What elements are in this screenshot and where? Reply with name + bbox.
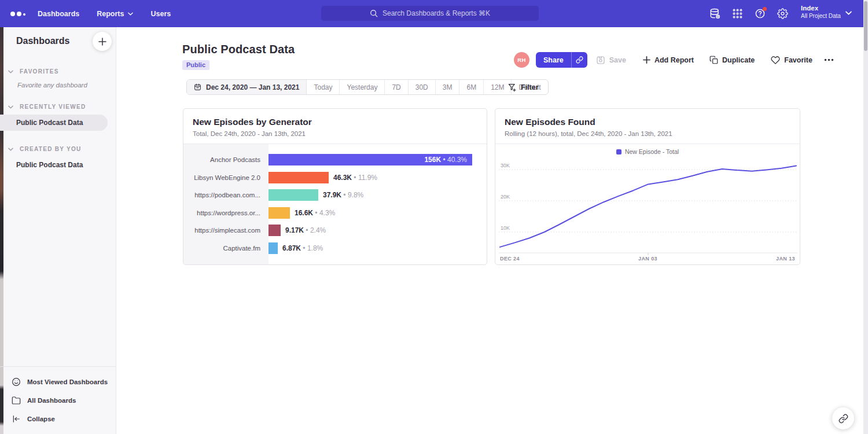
bar-category-label: Anchor Podcasts [183, 156, 269, 163]
date-range-toolbar: Dec 24, 2020 — Jan 13, 2021 TodayYesterd… [186, 79, 549, 95]
date-range-label: Dec 24, 2020 — Jan 13, 2021 [206, 83, 299, 91]
preset-6m[interactable]: 6M [459, 80, 484, 94]
bar-value-label: 6.87K • 1.8% [282, 244, 323, 252]
x-tick-label: JAN 03 [638, 256, 657, 262]
grid-dots-icon [732, 8, 743, 19]
bar-category-label: https://podbean.com... [183, 192, 269, 198]
bar-value-label: 37.9K • 9.8% [323, 191, 363, 199]
sidebar-footer-collapse[interactable]: Collapse [0, 410, 116, 428]
sidebar-footer-all-dashboards[interactable]: All Dashboards [0, 391, 116, 410]
line-chart-title: New Episodes Found [505, 117, 790, 127]
date-range-picker[interactable]: Dec 24, 2020 — Jan 13, 2021 [187, 80, 307, 94]
bar-row-https-simplecast-com: https://simplecast.com 9.17K • 2.4% [183, 222, 487, 240]
sidebar-footer-most-viewed-dashboards[interactable]: Most Viewed Dashboards [0, 373, 116, 391]
data-management-icon[interactable] [709, 8, 720, 19]
save-icon [596, 56, 605, 65]
search-input[interactable]: Search Dashboards & Reports ⌘K [321, 6, 539, 21]
search-placeholder: Search Dashboards & Reports ⌘K [382, 9, 490, 17]
search-icon [370, 9, 378, 17]
duplicate-button[interactable]: Duplicate [709, 56, 755, 64]
share-button-group: Share [536, 52, 587, 68]
project-switcher[interactable]: Index All Project Data [801, 5, 841, 19]
top-nav: DashboardsReportsUsers Search Dashboards… [0, 0, 868, 27]
bar-row-libsyn-webengine-2-0: Libsyn WebEngine 2.0 46.3K • 11.9% [183, 169, 487, 187]
folder-icon [12, 396, 21, 405]
mixpanel-logo[interactable] [10, 0, 25, 27]
apps-grid-icon[interactable] [732, 8, 743, 19]
x-tick-label: DEC 24 [500, 256, 520, 262]
preset-3m[interactable]: 3M [436, 80, 460, 94]
chevron-down-icon [8, 148, 13, 151]
bar-https-wordpress-or[interactable] [269, 207, 290, 219]
bar-https-simplecast-com[interactable] [269, 225, 281, 236]
share-link-floating-button[interactable] [832, 407, 854, 429]
copy-icon [709, 56, 718, 64]
legend-item[interactable]: New Episode - Total [495, 148, 800, 155]
bar-anchor-podcasts[interactable]: 156K • 40.3% [269, 154, 472, 165]
link-icon [838, 414, 848, 424]
filter-button[interactable]: Filter [508, 81, 539, 94]
bar-libsyn-webengine-2-0[interactable] [269, 172, 329, 183]
bar-row-https-wordpress-or: https://wordpress.or... 16.6K • 4.3% [183, 204, 487, 222]
svg-text:30K: 30K [501, 163, 510, 168]
x-axis-labels: DEC 24JAN 03JAN 13 [500, 256, 795, 262]
project-chevron-down-icon[interactable] [845, 11, 852, 15]
share-button[interactable]: Share [536, 52, 572, 68]
project-subtitle: All Project Data [801, 13, 841, 19]
add-report-button[interactable]: Add Report [643, 56, 694, 64]
line-chart-plot: 10K20K30K [499, 157, 797, 255]
chevron-down-icon [128, 12, 133, 16]
sidebar-item-public-podcast-data[interactable]: Public Podcast Data [0, 157, 116, 173]
project-name: Index [801, 5, 841, 12]
bar-category-label: https://wordpress.or... [183, 209, 269, 216]
preset-yesterday[interactable]: Yesterday [340, 80, 385, 94]
sidebar-section-favorites[interactable]: FAVORITES [0, 68, 116, 75]
favorite-button[interactable]: Favorite [771, 56, 812, 65]
avatar[interactable]: RH [514, 52, 529, 68]
bar-captivate-fm[interactable] [269, 242, 278, 254]
bar-chart-title: New Episodes by Generator [193, 117, 477, 127]
sidebar-section-recently-viewed[interactable]: RECENTLY VIEWED [0, 104, 116, 110]
svg-text:20K: 20K [501, 194, 510, 200]
visibility-badge: Public [182, 60, 209, 70]
add-dashboard-button[interactable] [93, 32, 112, 51]
nav-item-dashboards[interactable]: Dashboards [38, 10, 79, 18]
sidebar-item-public-podcast-data[interactable]: Public Podcast Data [0, 115, 108, 131]
bar-chart-card: New Episodes by Generator Total, Dec 24t… [183, 108, 487, 265]
scrollbar-track [863, 0, 868, 434]
scrollbar-thumb[interactable] [864, 1, 867, 51]
chevron-down-icon [8, 105, 13, 109]
bar-category-label: Libsyn WebEngine 2.0 [183, 174, 269, 181]
help-icon[interactable] [755, 8, 766, 19]
bar-value-label: 9.17K • 2.4% [285, 226, 326, 234]
gear-icon [777, 8, 788, 19]
plus-icon [98, 38, 106, 46]
bar-value-label: 46.3K • 11.9% [333, 174, 377, 182]
line-chart-card: New Episodes Found Rolling (12 hours), t… [495, 108, 800, 265]
save-button[interactable]: Save [596, 56, 626, 65]
share-link-button[interactable] [572, 52, 587, 68]
top-nav-icon-group [709, 0, 788, 27]
preset-7d[interactable]: 7D [385, 80, 408, 94]
nav-item-users[interactable]: Users [150, 10, 171, 18]
more-options-button[interactable] [824, 58, 834, 61]
header-actions: RH Share Save Add Report Duplicate Favor… [514, 52, 834, 68]
notification-dot [763, 7, 767, 11]
top-nav-items: DashboardsReportsUsers [38, 0, 171, 27]
heart-icon [771, 56, 780, 65]
sidebar-section-created-by-you[interactable]: CREATED BY YOU [0, 146, 116, 152]
sidebar-footer: Most Viewed DashboardsAll DashboardsColl… [0, 366, 116, 434]
smiley-icon [12, 377, 21, 387]
nav-item-reports[interactable]: Reports [97, 10, 133, 18]
settings-icon[interactable] [777, 8, 788, 19]
bar-chart-rows: Anchor Podcasts 156K • 40.3% Libsyn WebE… [183, 144, 487, 264]
sidebar-empty-hint: Favorite any dashboard [17, 82, 116, 89]
ellipsis-icon [824, 58, 834, 61]
filter-funnel-icon [508, 83, 516, 92]
preset-today[interactable]: Today [307, 80, 340, 94]
bar-row-captivate-fm: Captivate.fm 6.87K • 1.8% [183, 240, 487, 258]
legend-swatch [616, 149, 621, 155]
preset-30d[interactable]: 30D [409, 80, 436, 94]
chevron-down-icon [8, 70, 13, 73]
bar-https-podbean-com[interactable] [269, 189, 318, 201]
